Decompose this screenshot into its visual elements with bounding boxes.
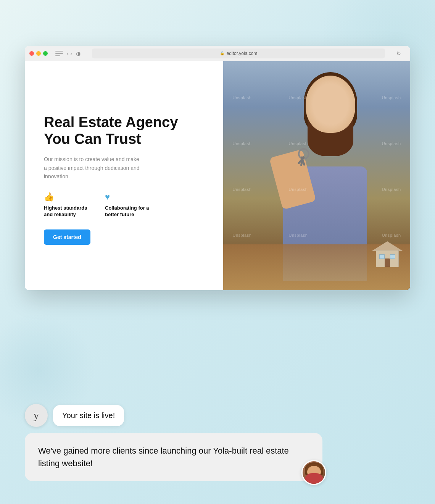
yola-avatar-letter: y [34,409,39,422]
address-bar[interactable]: 🔒 editor.yola.com [92,48,385,58]
hero-photo: Unsplash Unsplash Unsplash Unsplash Unsp… [223,61,410,290]
heart-icon: ♥ [105,192,151,202]
watermark-4: Unsplash [233,141,252,146]
sidebar-toggle-icon[interactable] [55,51,63,56]
person-head-area [296,68,365,152]
feature-1: 👍 Highest standards and reliability [44,192,90,218]
close-button-mac[interactable] [29,51,34,56]
browser-content: Real Estate Agency You Can Trust Our mis… [25,61,410,290]
hero-left-panel: Real Estate Agency You Can Trust Our mis… [25,61,223,290]
watermark-6: Unsplash [382,141,401,146]
watermark-11: Unsplash [289,233,308,237]
yola-avatar: y [25,404,48,427]
hero-image-panel: Unsplash Unsplash Unsplash Unsplash Unsp… [223,61,410,290]
get-started-button[interactable]: Get started [44,229,90,245]
watermark-7: Unsplash [233,187,252,192]
chat-row-2: We've gained more clients since launchin… [25,433,410,481]
watermark-1: Unsplash [233,95,252,100]
chat-message-1: Your site is live! [62,411,115,420]
house-body [376,250,399,267]
watermark-3: Unsplash [382,95,401,100]
traffic-lights [29,51,48,56]
avatar-body [304,473,324,484]
thumbsup-icon: 👍 [44,192,90,202]
brightness-icon: ◑ [76,50,81,57]
lock-icon: 🔒 [220,51,224,55]
keys-visual [294,148,313,167]
user-avatar-image [303,461,325,484]
watermark-12: Unsplash [382,233,401,237]
feature-2-label: Collaborating for a better future [105,205,151,218]
back-arrow-icon[interactable]: ‹ [67,50,69,56]
feature-2: ♥ Collaborating for a better future [105,192,151,218]
chat-bubble-1: Your site is live! [53,405,124,426]
user-avatar [301,460,326,485]
chat-message-2: We've gained more clients since launchin… [38,446,289,468]
watermark-9: Unsplash [382,187,401,192]
house-model [372,242,403,267]
house-window-right [390,254,395,259]
feature-1-label: Highest standards and reliability [44,205,90,218]
watermark-8: Unsplash [289,187,308,192]
maximize-button-mac[interactable] [43,51,48,56]
chat-row-1: y Your site is live! [25,404,410,427]
url-text: editor.yola.com [227,51,258,56]
watermark-5: Unsplash [289,141,308,146]
features-row: 👍 Highest standards and reliability ♥ Co… [44,192,204,218]
forward-arrow-icon[interactable]: › [70,50,72,56]
chat-section: y Your site is live! We've gained more c… [25,404,410,481]
hero-description: Our mission is to create value and make … [44,155,143,181]
house-window-left [379,254,385,259]
browser-window: ‹ › ◑ 🔒 editor.yola.com ↻ Real Estate Ag… [25,46,410,290]
chat-bubble-2: We've gained more clients since launchin… [25,433,322,481]
refresh-icon[interactable]: ↻ [396,50,401,57]
house-roof [372,241,403,251]
nav-arrows: ‹ › [67,50,72,56]
house-door [385,258,390,267]
minimize-button-mac[interactable] [36,51,41,56]
browser-toolbar: ‹ › ◑ 🔒 editor.yola.com ↻ [25,46,410,61]
hero-title: Real Estate Agency You Can Trust [44,114,204,147]
watermark-10: Unsplash [233,233,252,237]
watermark-2: Unsplash [289,95,308,100]
face-shape [306,76,355,133]
